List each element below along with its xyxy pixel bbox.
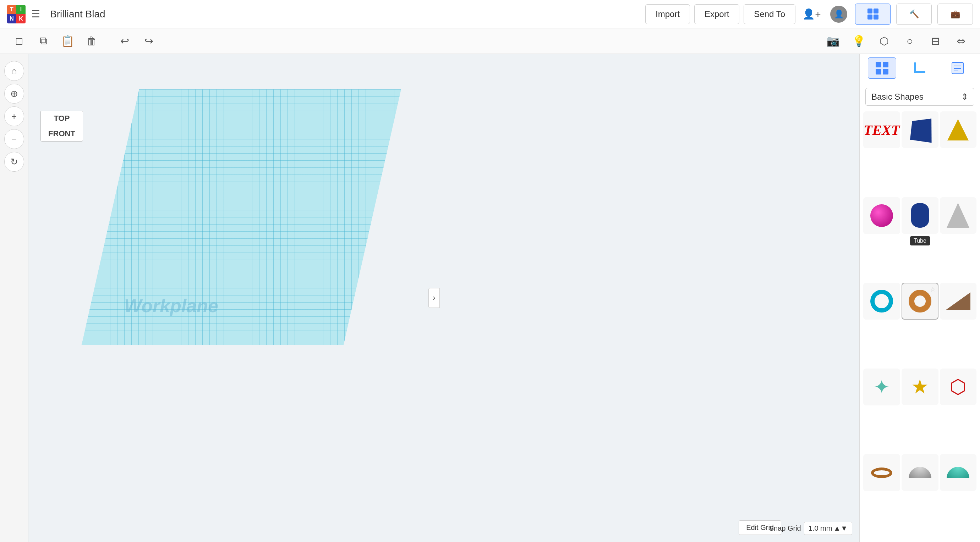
canvas-area[interactable]: TOP FRONT Workplane Edit Grid Snap Grid …: [29, 54, 859, 542]
pyramid-icon: [947, 119, 969, 141]
add-user-icon[interactable]: 👤+: [801, 3, 822, 25]
svg-rect-4: [914, 71, 925, 73]
dome-teal-icon: [947, 467, 969, 478]
hex-red-icon: ⬡: [950, 375, 967, 398]
light-icon[interactable]: 💡: [848, 31, 869, 51]
shape-text3d[interactable]: TEXT: [863, 111, 900, 148]
camera-icon[interactable]: 📷: [822, 31, 844, 51]
rotate-button[interactable]: ↻: [4, 152, 24, 172]
delete-button[interactable]: 🗑: [81, 31, 102, 51]
svg-rect-3: [883, 69, 888, 74]
user-avatar[interactable]: 👤: [828, 3, 850, 25]
panel-header-tabs: [860, 54, 980, 82]
tab-grid[interactable]: [868, 57, 896, 79]
home-button[interactable]: ⌂: [4, 61, 24, 81]
ring-icon: [871, 468, 892, 478]
sendto-button[interactable]: Send To: [744, 4, 795, 24]
logo-n: N: [7, 14, 16, 24]
view-cube[interactable]: TOP FRONT: [40, 111, 83, 141]
logo-i: I: [16, 5, 25, 14]
toolbar-right-icons: 📷 💡 ⬡ ○ ⊟ ⇔: [822, 31, 972, 51]
svg-rect-5: [914, 62, 916, 71]
view-cube-top[interactable]: TOP: [40, 111, 83, 126]
logo-k: K: [16, 14, 25, 24]
svg-rect-1: [883, 62, 888, 67]
shape-box[interactable]: [902, 111, 938, 148]
workplane: Workplane: [82, 89, 401, 345]
view-cube-front[interactable]: FRONT: [40, 126, 83, 141]
svg-rect-0: [876, 62, 881, 67]
app-title: Brilliant Blad: [50, 8, 105, 20]
zoom-in-button[interactable]: +: [4, 106, 24, 126]
redo-button[interactable]: ↪: [138, 31, 159, 51]
import-export-area: Import Export Send To: [645, 4, 795, 24]
export-button[interactable]: Export: [694, 4, 739, 24]
shape-half-sphere[interactable]: [902, 454, 938, 491]
topbar: T I N K ☰ Brilliant Blad Import Export S…: [0, 0, 980, 29]
cone-icon: [947, 203, 969, 228]
right-panel: Basic Shapes ⇕ TEXT: [859, 54, 980, 542]
shapes-dropdown[interactable]: Basic Shapes ⇕: [865, 88, 974, 106]
fit-button[interactable]: ⊕: [4, 84, 24, 104]
logo[interactable]: T I N K: [7, 5, 25, 24]
star-teal-icon: ✦: [873, 376, 890, 398]
grid-view-button[interactable]: [855, 3, 891, 25]
copy-button[interactable]: ⧉: [33, 31, 54, 51]
shape-dome-teal[interactable]: [940, 454, 977, 491]
tab-notes[interactable]: [943, 57, 972, 79]
shapes-dropdown-label: Basic Shapes: [872, 92, 924, 102]
snap-grid-number: 1.0 mm: [808, 524, 832, 532]
shape-cone[interactable]: [940, 197, 977, 234]
new-button[interactable]: □: [8, 31, 30, 51]
panel-toggle-button[interactable]: ›: [428, 288, 440, 308]
shape-torus-brown[interactable]: ☆: [902, 283, 938, 319]
shape-wedge[interactable]: [940, 283, 977, 319]
text3d-icon: TEXT: [864, 122, 900, 138]
snap-grid: Snap Grid 1.0 mm ▲▼: [769, 522, 852, 535]
shape-icon[interactable]: ⬡: [873, 31, 895, 51]
star-yellow-icon: ★: [911, 375, 929, 398]
half-sphere-icon: [908, 467, 931, 478]
box-icon: [910, 119, 932, 143]
main: ⌂ ⊕ + − ↻ TOP FRONT Workplane Edit Grid …: [0, 54, 980, 542]
shape-hex-red[interactable]: ⬡: [940, 369, 977, 405]
wedge-icon: [945, 292, 970, 310]
toolbar: □ ⧉ 📋 🗑 ↩ ↪ 📷 💡 ⬡ ○ ⊟ ⇔: [0, 29, 980, 54]
shape-ring[interactable]: [863, 454, 900, 491]
briefcase-view-button[interactable]: 💼: [937, 3, 973, 25]
cylinder-icon: [911, 203, 929, 228]
toolbar-separator: [108, 34, 108, 48]
zoom-out-button[interactable]: −: [4, 129, 24, 149]
tube-tooltip: Tube: [910, 236, 930, 246]
shape-sphere[interactable]: [863, 197, 900, 234]
sphere-icon: [870, 204, 893, 227]
import-button[interactable]: Import: [645, 4, 690, 24]
shape-tube[interactable]: Tube: [902, 197, 938, 234]
mirror-icon[interactable]: ⇔: [950, 31, 972, 51]
snap-grid-arrows: ▲▼: [834, 524, 848, 532]
paste-button[interactable]: 📋: [57, 31, 78, 51]
circle-icon[interactable]: ○: [899, 31, 920, 51]
logo-t: T: [7, 5, 16, 14]
shape-pyramid[interactable]: [940, 111, 977, 148]
torus-brown-icon: [908, 290, 931, 312]
favorite-star[interactable]: ☆: [930, 285, 935, 293]
align-icon[interactable]: ⊟: [924, 31, 946, 51]
snap-grid-value[interactable]: 1.0 mm ▲▼: [804, 522, 852, 535]
menu-icon[interactable]: ☰: [31, 8, 40, 20]
shape-star-teal[interactable]: ✦: [863, 369, 900, 406]
torus-icon: [870, 290, 893, 312]
left-panel: ⌂ ⊕ + − ↻: [0, 54, 29, 542]
snap-grid-label: Snap Grid: [769, 524, 801, 532]
workplane-grid: [82, 89, 401, 345]
undo-button[interactable]: ↩: [114, 31, 135, 51]
tab-ruler[interactable]: [905, 57, 934, 79]
shape-star-yellow[interactable]: ★: [902, 369, 938, 405]
shape-torus[interactable]: [863, 283, 900, 320]
shapes-dropdown-arrow: ⇕: [961, 92, 968, 102]
shapes-grid: TEXT: [860, 111, 980, 542]
build-view-button[interactable]: 🔨: [896, 3, 932, 25]
svg-rect-2: [876, 69, 881, 74]
